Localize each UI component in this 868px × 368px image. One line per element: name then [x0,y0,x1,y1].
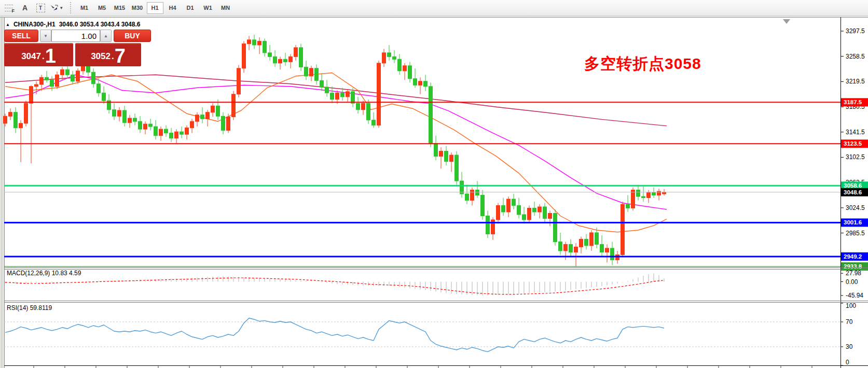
svg-text:3187.5: 3187.5 [844,99,862,105]
svg-text:0.00: 0.00 [846,278,858,286]
svg-text:2933.8: 2933.8 [844,263,862,270]
svg-text:70: 70 [846,318,853,325]
svg-text:3048.6: 3048.6 [844,189,862,195]
svg-text:3141.5: 3141.5 [846,129,865,136]
annotation-text: 多空转折点3058 [584,53,701,75]
buy-price-big-digit: 7 [115,48,126,64]
volume-increase-button[interactable]: ▲ [100,30,112,42]
chart-header: ▲ CHINA300-,H1 3046.0 3053.4 3043.4 3048… [6,21,140,28]
buy-price-main: 3052 [91,51,111,62]
sell-price-main: 3047 [21,51,41,62]
svg-text:0: 0 [846,359,849,366]
svg-text:2985.5: 2985.5 [846,230,865,237]
rsi-label: RSI(14) 59.8119 [7,304,52,312]
svg-text:3219.5: 3219.5 [846,78,865,85]
sell-price-big-digit: 1 [45,48,56,64]
collapse-icon[interactable]: ▲ [6,22,10,27]
ohlc-label: 3046.0 3053.4 3043.4 3048.6 [59,21,141,28]
buy-button[interactable]: BUY [114,30,151,42]
sell-price-panel[interactable]: 3047 . 1 [4,43,73,66]
trading-terminal: 3297.53258.53219.53180.53141.53102.53063… [0,0,868,368]
svg-text:3102.5: 3102.5 [846,153,865,161]
svg-text:3297.5: 3297.5 [846,27,865,35]
svg-text:3058.6: 3058.6 [844,182,862,189]
volume-input[interactable] [51,30,100,42]
svg-text:-45.94: -45.94 [846,292,863,299]
buy-price-panel[interactable]: 3052 . 7 [75,43,141,66]
svg-text:3024.5: 3024.5 [846,204,865,211]
sell-button[interactable]: SELL [4,30,38,42]
svg-text:3123.5: 3123.5 [844,140,862,147]
svg-text:100: 100 [846,302,856,309]
svg-text:3001.6: 3001.6 [844,219,862,225]
svg-text:30: 30 [846,343,853,350]
macd-label: MACD(12,26,9) 10.83 4.59 [7,270,81,277]
svg-text:3258.5: 3258.5 [846,53,865,60]
volume-decrease-button[interactable]: ▼ [40,30,51,42]
sell-price-dot: . [42,51,45,62]
svg-text:2949.2: 2949.2 [844,253,862,260]
svg-text:27.98: 27.98 [846,270,861,277]
symbol-period-label: CHINA300-,H1 [13,21,56,28]
buy-price-dot: . [112,51,114,62]
